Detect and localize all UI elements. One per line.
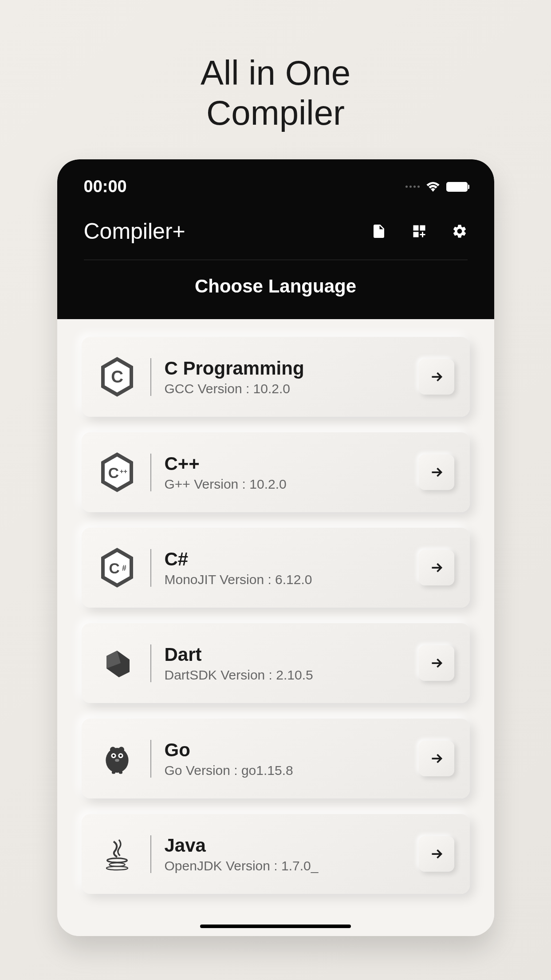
language-card-cpp[interactable]: C ++ C++ G++ Version : 10.2.0: [82, 432, 470, 512]
language-name: Dart: [165, 644, 405, 665]
home-indicator[interactable]: [200, 925, 351, 928]
csharp-icon: C #: [97, 548, 137, 588]
language-version: Go Version : go1.15.8: [165, 763, 405, 778]
arrow-button[interactable]: [419, 454, 454, 490]
language-info: C++ G++ Version : 10.2.0: [165, 453, 405, 492]
svg-point-11: [119, 755, 122, 757]
status-bar: 00:00: [84, 177, 468, 196]
svg-point-10: [112, 755, 114, 757]
language-info: Java OpenJDK Version : 1.7.0_: [165, 835, 405, 873]
language-version: OpenJDK Version : 1.7.0_: [165, 858, 405, 873]
arrow-button[interactable]: [419, 645, 454, 681]
arrow-button[interactable]: [419, 550, 454, 585]
title-line-2: Compiler: [0, 93, 551, 133]
divider: [150, 549, 151, 587]
language-name: Java: [165, 835, 405, 856]
svg-text:++: ++: [119, 468, 127, 475]
svg-point-6: [110, 747, 116, 753]
svg-rect-16: [119, 771, 122, 774]
status-icons: [405, 182, 468, 192]
svg-rect-13: [108, 762, 111, 767]
title-line-1: All in One: [0, 53, 551, 93]
cpp-icon: C ++: [97, 452, 137, 492]
language-card-csharp[interactable]: C # C# MonoJIT Version : 6.12.0: [82, 528, 470, 608]
svg-point-7: [118, 747, 124, 753]
language-version: MonoJIT Version : 6.12.0: [165, 572, 405, 587]
grid-add-icon[interactable]: [411, 223, 427, 239]
language-card-dart[interactable]: Dart DartSDK Version : 2.10.5: [82, 623, 470, 703]
section-title: Choose Language: [84, 276, 468, 297]
signal-icon: [405, 186, 420, 188]
language-name: C Programming: [165, 358, 405, 379]
svg-text:C: C: [108, 465, 118, 481]
language-version: GCC Version : 10.2.0: [165, 381, 405, 396]
svg-rect-14: [123, 762, 126, 767]
divider: [150, 358, 151, 396]
phone-header: 00:00 Compiler+: [57, 159, 494, 319]
phone-frame: 00:00 Compiler+: [57, 159, 494, 936]
svg-point-12: [115, 759, 119, 762]
app-bar: Compiler+: [84, 218, 468, 260]
language-info: Go Go Version : go1.15.8: [165, 739, 405, 778]
status-time: 00:00: [84, 177, 127, 196]
java-icon: [97, 834, 137, 874]
divider: [150, 740, 151, 778]
language-info: C# MonoJIT Version : 6.12.0: [165, 549, 405, 587]
language-card-java[interactable]: Java OpenJDK Version : 1.7.0_: [82, 814, 470, 894]
arrow-button[interactable]: [419, 741, 454, 776]
page-title: All in One Compiler: [0, 0, 551, 159]
divider: [150, 835, 151, 873]
language-list: C C Programming GCC Version : 10.2.0 C +…: [57, 319, 494, 936]
svg-point-19: [106, 866, 128, 870]
language-card-c[interactable]: C C Programming GCC Version : 10.2.0: [82, 337, 470, 417]
battery-icon: [446, 182, 468, 192]
arrow-button[interactable]: [419, 836, 454, 872]
app-title: Compiler+: [84, 218, 185, 244]
divider: [150, 644, 151, 682]
c-icon: C: [97, 357, 137, 397]
go-icon: [97, 739, 137, 778]
arrow-button[interactable]: [419, 359, 454, 395]
svg-rect-15: [112, 771, 115, 774]
language-version: G++ Version : 10.2.0: [165, 477, 405, 492]
divider: [150, 454, 151, 491]
dart-icon: [97, 643, 137, 683]
svg-text:C: C: [109, 560, 119, 577]
language-name: C++: [165, 453, 405, 474]
code-file-icon[interactable]: [371, 223, 387, 239]
language-card-go[interactable]: Go Go Version : go1.15.8: [82, 719, 470, 798]
svg-text:#: #: [122, 564, 126, 573]
svg-text:C: C: [111, 367, 123, 386]
app-toolbar-icons: [371, 223, 468, 239]
language-name: C#: [165, 549, 405, 570]
wifi-icon: [426, 182, 440, 192]
svg-point-17: [107, 858, 127, 863]
language-info: C Programming GCC Version : 10.2.0: [165, 358, 405, 396]
language-info: Dart DartSDK Version : 2.10.5: [165, 644, 405, 683]
settings-icon[interactable]: [452, 223, 468, 239]
language-name: Go: [165, 739, 405, 761]
language-version: DartSDK Version : 2.10.5: [165, 668, 405, 683]
